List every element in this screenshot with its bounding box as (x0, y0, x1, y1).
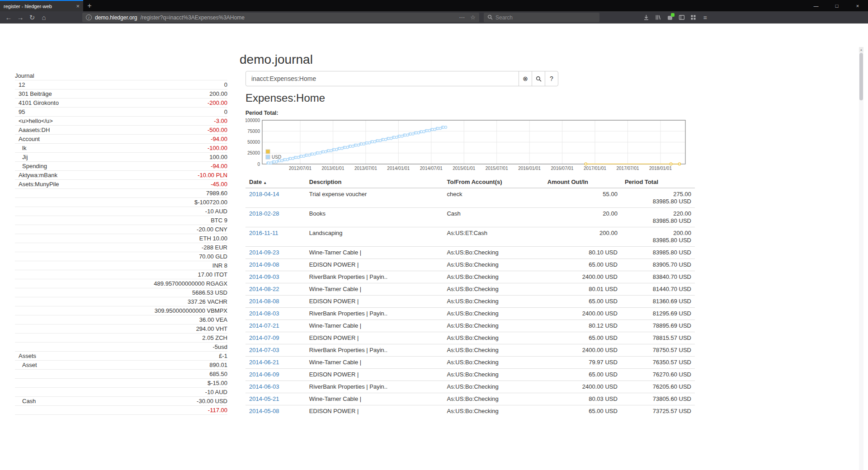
register-row[interactable]: 2018-02-28BooksCash20.00220.0083985.80 U… (245, 208, 695, 227)
transaction-date-link[interactable]: 2014-07-09 (249, 334, 279, 341)
transaction-date-link[interactable]: 2014-06-09 (249, 371, 279, 378)
close-window-button[interactable]: × (847, 0, 868, 11)
transaction-date-link[interactable]: 2014-08-03 (249, 310, 279, 317)
sidebar-account-row[interactable]: Spending-94.00 (15, 162, 227, 171)
sidebar-account-row[interactable]: 120 (15, 80, 227, 89)
page-actions-icon[interactable]: ⋯ (459, 14, 465, 21)
page-scrollbar[interactable]: ▲ ▼ (859, 47, 863, 470)
sidebar-account-row[interactable]: ETH 10.00 (15, 234, 227, 243)
register-row[interactable]: 2014-06-21Wine-Tarner Cable |As:US:Bo:Ch… (245, 357, 695, 369)
transaction-date-link[interactable]: 2014-08-08 (249, 298, 279, 305)
sidebar-account-row[interactable]: Cash-30.00 USD (15, 397, 227, 406)
minimize-button[interactable]: — (806, 0, 826, 11)
register-row[interactable]: 2014-05-21Wine-Tarner Cable |As:US:Bo:Ch… (245, 393, 695, 405)
transaction-date-link[interactable]: 2014-05-21 (249, 395, 279, 402)
sidebar-account-row[interactable]: 489.957000000000 RGAGX (15, 279, 227, 288)
transaction-date-link[interactable]: 2018-04-14 (249, 191, 279, 197)
new-tab-button[interactable]: + (83, 0, 96, 11)
sidebar-account-row[interactable]: 301 Beiträge200.00 (15, 89, 227, 99)
column-header-period-total[interactable]: Period Total (621, 176, 695, 188)
maximize-button[interactable]: □ (826, 0, 847, 11)
transaction-date-link[interactable]: 2014-07-21 (249, 322, 279, 329)
site-info-icon[interactable]: i (86, 14, 92, 20)
sidebar-account-row[interactable]: 2.05 ZCH (15, 334, 227, 343)
browser-tab[interactable]: register - hledger-web × (0, 0, 83, 11)
back-button[interactable]: ← (3, 13, 14, 23)
sidebar-account-row[interactable]: -117.00 (15, 406, 227, 415)
transaction-date-link[interactable]: 2018-02-28 (249, 210, 279, 217)
register-row[interactable]: 2014-06-09EDISON POWER |As:US:Bo:Checkin… (245, 369, 695, 381)
column-header-description[interactable]: Description (306, 176, 443, 188)
account-name[interactable]: Asets:MunyPile (15, 181, 59, 188)
column-header-account[interactable]: To/From Account(s) (443, 176, 543, 188)
sidebar-account-row[interactable]: 17.00 ITOT (15, 270, 227, 279)
register-row[interactable]: 2014-09-08EDISON POWER |As:US:Bo:Checkin… (245, 259, 695, 271)
search-submit-button[interactable] (532, 71, 545, 86)
transaction-date-link[interactable]: 2014-08-22 (249, 286, 279, 292)
extension-icon[interactable] (665, 13, 675, 23)
sidebar-account-row[interactable]: 685.50 (15, 370, 227, 379)
sidebar-account-row[interactable]: Assets£-1 (15, 352, 227, 361)
sidebar-account-row[interactable]: Jij100.00 (15, 153, 227, 162)
help-button[interactable]: ? (545, 71, 558, 86)
grid-icon[interactable] (688, 13, 698, 23)
sidebar-account-row[interactable]: Asset890.01 (15, 361, 227, 370)
sidebar-account-row[interactable]: 36.00 VEA (15, 315, 227, 324)
sidebar-account-row[interactable]: 4101 Girokonto-200.00 (15, 99, 227, 108)
account-name[interactable]: Spending (15, 163, 47, 169)
account-name[interactable]: <u>hello</u> (15, 118, 53, 124)
menu-icon[interactable]: ≡ (700, 13, 710, 23)
sidebar-account-row[interactable]: -288 EUR (15, 243, 227, 252)
account-name[interactable]: Asset (15, 362, 37, 368)
forward-button[interactable]: → (14, 13, 26, 23)
register-row[interactable]: 2014-07-03RiverBank Properties | Payin..… (245, 344, 695, 357)
clear-query-button[interactable]: ⊗ (519, 71, 532, 86)
transaction-date-link[interactable]: 2014-06-03 (249, 383, 279, 390)
home-button[interactable]: ⌂ (38, 13, 50, 23)
sidebar-account-row[interactable]: $-100720.00 (15, 198, 227, 207)
register-row[interactable]: 2014-06-03RiverBank Properties | Payin..… (245, 381, 695, 393)
sidebar-account-row[interactable]: Account-94.00 (15, 135, 227, 144)
column-header-date[interactable]: Date▲ (245, 176, 306, 188)
sidebar-account-row[interactable]: $-15.00 (15, 379, 227, 388)
sidebar-account-row[interactable]: -20.00 CNY (15, 225, 227, 234)
account-name[interactable]: lk (15, 145, 26, 151)
transaction-date-link[interactable]: 2014-07-03 (249, 347, 279, 353)
sidebar-account-row[interactable]: -10 AUD (15, 207, 227, 216)
transaction-date-link[interactable]: 2014-09-08 (249, 261, 279, 268)
sidebars-icon[interactable] (676, 13, 687, 23)
scroll-up-icon[interactable]: ▲ (859, 47, 863, 52)
register-row[interactable]: 2014-09-23Wine-Tarner Cable |As:US:Bo:Ch… (245, 247, 695, 259)
sidebar-account-row[interactable]: 309.950000000000 VBMPX (15, 306, 227, 315)
sidebar-account-row[interactable]: 337.26 VACHR (15, 297, 227, 306)
query-input[interactable] (245, 71, 519, 86)
tab-close-icon[interactable]: × (76, 3, 80, 9)
account-name[interactable]: 12 (15, 81, 25, 88)
account-name[interactable]: 4101 Girokonto (15, 99, 59, 106)
account-name[interactable]: 95 (15, 108, 25, 115)
sidebar-account-row[interactable]: 294.00 VHT (15, 324, 227, 334)
transaction-date-link[interactable]: 2014-06-21 (249, 359, 279, 366)
transaction-date-link[interactable]: 2014-09-23 (249, 249, 279, 256)
register-row[interactable]: 2014-07-09EDISON POWER |As:US:Bo:Checkin… (245, 332, 695, 344)
sidebar-account-row[interactable]: Aktywa:mBank-10.00 PLN (15, 171, 227, 180)
transaction-date-link[interactable]: 2014-09-03 (249, 273, 279, 280)
sidebar-account-row[interactable]: -10 AUD (15, 388, 227, 397)
account-name[interactable]: Account (15, 136, 40, 142)
url-bar[interactable]: i demo.hledger.org /register?q=inacct%3A… (82, 13, 479, 22)
library-icon[interactable] (653, 13, 663, 23)
sidebar-account-row[interactable]: Asets:MunyPile-45.00 (15, 180, 227, 189)
account-name[interactable]: Aktywa:mBank (15, 172, 57, 179)
account-name[interactable]: Jij (15, 154, 28, 160)
sidebar-account-row[interactable]: Aaasets:DH-500.00 (15, 126, 227, 135)
sidebar-account-row[interactable]: 70.00 GLD (15, 252, 227, 261)
register-row[interactable]: 2014-08-08EDISON POWER |As:US:Bo:Checkin… (245, 296, 695, 308)
sidebar-account-row[interactable]: 7989.60 (15, 189, 227, 198)
account-name[interactable]: 301 Beiträge (15, 90, 52, 97)
bookmark-star-icon[interactable]: ☆ (470, 14, 476, 21)
sidebar-account-row[interactable]: INR 8 (15, 261, 227, 270)
sidebar-account-row[interactable]: BTC 9 (15, 216, 227, 225)
sidebar-account-row[interactable]: -5usd (15, 343, 227, 352)
journal-label[interactable]: Journal (15, 72, 34, 79)
register-row[interactable]: 2016-11-11LandscapingAs:US:ET:Cash200.00… (245, 227, 695, 247)
